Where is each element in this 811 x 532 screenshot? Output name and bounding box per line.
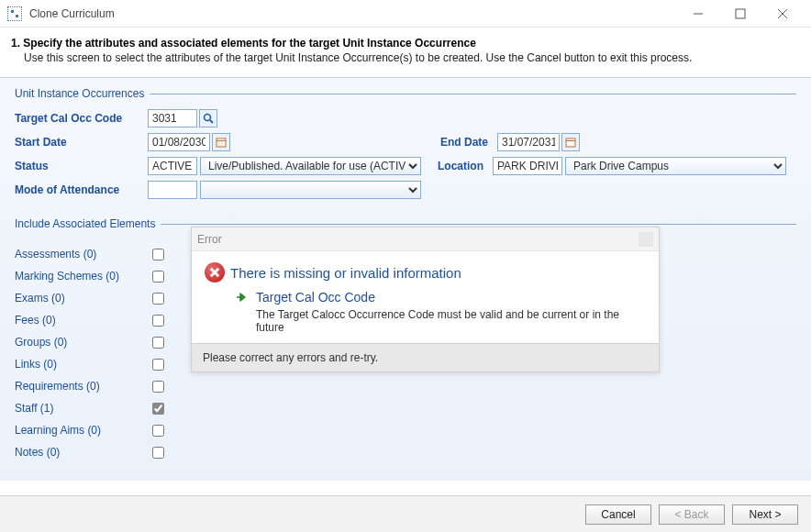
svg-line-5 [210, 120, 213, 123]
associated-checkbox[interactable] [152, 447, 164, 459]
associated-row: Requirements (0) [15, 375, 796, 397]
close-button[interactable] [761, 0, 804, 28]
associated-link[interactable]: Exams (0) [15, 292, 152, 305]
window-title: Clone Curriculum [29, 7, 115, 20]
associated-checkbox[interactable] [152, 359, 164, 371]
svg-rect-1 [736, 9, 745, 18]
error-message: The Target Calocc Occurrence Code must b… [256, 308, 646, 334]
associated-checkbox[interactable] [152, 271, 164, 283]
group-occurrences: Unit Instance Occurrences Target Cal Occ… [15, 87, 796, 208]
instruction-block: 1. Specify the attributes and associated… [0, 28, 811, 77]
label-target-code: Target Cal Occ Code [15, 112, 148, 125]
status-select[interactable]: Live/Published. Available for use (ACTIV… [200, 157, 421, 175]
start-date-input[interactable] [148, 133, 210, 151]
associated-link[interactable]: Learning Aims (0) [15, 424, 152, 437]
associated-link[interactable]: Requirements (0) [15, 380, 152, 393]
label-end-date: End Date [440, 136, 488, 149]
associated-checkbox[interactable] [152, 425, 164, 437]
calendar-icon [216, 137, 227, 148]
associated-row: Learning Aims (0) [15, 419, 796, 441]
titlebar: Clone Curriculum [0, 0, 811, 28]
error-icon [205, 262, 225, 283]
svg-rect-10 [566, 139, 575, 147]
label-status: Status [15, 160, 148, 172]
associated-checkbox[interactable] [152, 381, 164, 393]
error-panel: Error There is missing or invalid inform… [191, 227, 660, 372]
label-location: Location [438, 160, 483, 172]
associated-link[interactable]: Marking Schemes (0) [15, 270, 152, 283]
end-date-input[interactable] [497, 133, 560, 151]
location-input[interactable] [493, 157, 562, 175]
instruction-body: Use this screen to select the attributes… [11, 51, 800, 64]
error-title: There is missing or invalid information [230, 265, 461, 281]
next-button[interactable]: Next > [732, 504, 798, 525]
associated-row: Notes (0) [15, 441, 796, 463]
error-field-name: Target Cal Occ Code [256, 290, 375, 305]
back-button[interactable]: < Back [659, 504, 725, 525]
associated-link[interactable]: Staff (1) [15, 402, 152, 415]
associated-link[interactable]: Fees (0) [15, 314, 152, 327]
status-input[interactable] [148, 157, 197, 175]
associated-link[interactable]: Assessments (0) [15, 248, 152, 260]
target-code-input[interactable] [148, 109, 197, 127]
mode-select[interactable] [200, 181, 421, 199]
group-associated-title: Include Associated Elements [15, 217, 155, 230]
error-header-title: Error [197, 233, 222, 246]
mode-input[interactable] [148, 181, 197, 199]
associated-checkbox[interactable] [152, 249, 164, 260]
search-icon [203, 113, 214, 124]
arrow-right-icon [236, 292, 247, 303]
start-date-calendar-button[interactable] [212, 133, 230, 151]
calendar-icon [565, 137, 576, 148]
error-close-button[interactable] [639, 232, 653, 247]
associated-checkbox[interactable] [152, 403, 164, 415]
associated-link[interactable]: Notes (0) [15, 446, 152, 459]
location-select[interactable]: Park Drive Campus [565, 157, 786, 175]
end-date-calendar-button[interactable] [561, 133, 580, 151]
app-icon [7, 6, 22, 21]
instruction-title: 1. Specify the attributes and associated… [11, 37, 800, 50]
svg-point-4 [205, 115, 211, 121]
label-mode: Mode of Attendance [15, 183, 148, 196]
associated-link[interactable]: Links (0) [15, 358, 152, 371]
wizard-footer: Cancel < Back Next > [0, 495, 811, 532]
associated-checkbox[interactable] [152, 293, 164, 305]
maximize-button[interactable] [719, 0, 761, 28]
label-start-date: Start Date [15, 136, 148, 149]
target-code-lookup-button[interactable] [199, 109, 217, 127]
minimize-button[interactable] [677, 0, 719, 28]
cancel-button[interactable]: Cancel [585, 504, 651, 525]
associated-checkbox[interactable] [152, 337, 164, 349]
error-footer: Please correct any errors and re-try. [192, 343, 659, 371]
group-occurrences-title: Unit Instance Occurrences [15, 87, 144, 100]
associated-row: Staff (1) [15, 397, 796, 419]
associated-link[interactable]: Groups (0) [15, 336, 152, 349]
svg-rect-6 [217, 139, 226, 147]
associated-checkbox[interactable] [152, 315, 164, 327]
